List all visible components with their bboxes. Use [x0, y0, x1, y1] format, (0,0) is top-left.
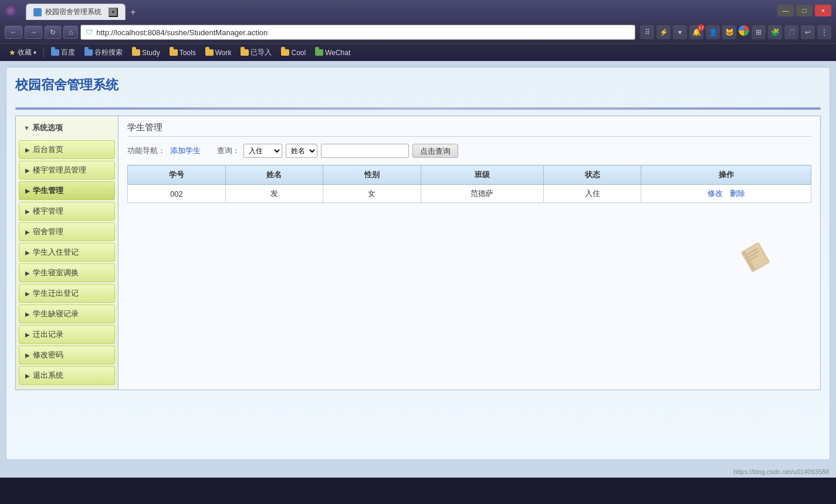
field-select[interactable]: 姓名 学号 班级 — [286, 144, 317, 158]
folder-icon-wechat — [315, 49, 323, 56]
expand-icon[interactable]: ▾ — [673, 25, 687, 39]
bookmarks-arrow: ▾ — [33, 49, 36, 56]
lightning-icon[interactable]: ⚡ — [656, 25, 671, 39]
sidebar-item-tools[interactable]: Tools — [165, 48, 200, 58]
arrow-logout: ▶ — [25, 373, 30, 379]
folder-icon-baidu — [51, 49, 59, 56]
sidebar-item-student-mgmt[interactable]: ▶ 学生管理 — [19, 181, 115, 200]
avatar-icon[interactable]: 🐱 — [722, 25, 736, 39]
tab-title: 校园宿舍管理系统 — [45, 7, 101, 17]
arrow-move-record: ▶ — [25, 332, 30, 338]
browser-chrome: 校园宿舍管理系统 × + — □ × ← → ↻ ⌂ 🛡 http://loca… — [0, 0, 836, 61]
query-section: 查询： 入住 未入住 全部 姓名 学号 班级 点击查询 — [217, 144, 458, 158]
sidebar-label-home: 后台首页 — [33, 144, 63, 155]
menu-icon[interactable]: ⋮ — [817, 25, 831, 39]
add-student-link[interactable]: 添加学生 — [170, 146, 201, 156]
th-xingming: 姓名 — [225, 165, 323, 185]
panel-title: 学生管理 — [127, 122, 811, 137]
arrow-absence: ▶ — [25, 311, 30, 317]
maximize-button[interactable]: □ — [796, 5, 813, 16]
sidebar-header-label: 系统选项 — [32, 123, 63, 133]
arrow-change-pwd: ▶ — [25, 352, 30, 358]
book-decoration — [736, 234, 781, 283]
tab-close-button[interactable]: × — [109, 8, 118, 17]
folder-icon-tools — [170, 49, 178, 56]
status-select[interactable]: 入住 未入住 全部 — [243, 144, 282, 158]
sidebar-item-absence[interactable]: ▶ 学生缺寝记录 — [19, 305, 115, 323]
user-icon[interactable]: 👤 — [706, 25, 720, 39]
cell-caozuo: 修改 删除 — [641, 185, 811, 203]
edit-link[interactable]: 修改 — [708, 189, 723, 198]
browser-logo — [5, 5, 16, 16]
sidebar-item-gufensousuo[interactable]: 谷粉搜索 — [80, 46, 127, 59]
sidebar-item-checkin[interactable]: ▶ 学生入住登记 — [19, 243, 115, 262]
sidebar-header-arrow: ▼ — [23, 124, 30, 131]
deco-container — [127, 203, 811, 320]
sidebar-item-room-change[interactable]: ▶ 学生寝室调换 — [19, 263, 115, 282]
sidebar-label-change-pwd: 修改密码 — [33, 350, 63, 360]
table-row: 002 发 女 范德萨 入住 修改 删除 — [128, 185, 811, 203]
sidebar-item-study[interactable]: Study — [128, 48, 164, 58]
sidebar-item-change-pwd[interactable]: ▶ 修改密码 — [19, 346, 115, 364]
sidebar-item-building-mgmt[interactable]: ▶ 楼宇管理 — [19, 202, 115, 221]
folder-icon-work — [205, 49, 214, 56]
delete-link[interactable]: 删除 — [730, 189, 745, 198]
nav-bar: ← → ↻ ⌂ 🛡 http://localhost:8084/sushe/St… — [0, 21, 836, 43]
content-layout: ▼ 系统选项 ▶ 后台首页 ▶ 楼宇管理员管理 ▶ 学生管理 ▶ 楼宇管理 — [15, 116, 821, 390]
sidebar-item-move-record[interactable]: ▶ 迁出记录 — [19, 325, 115, 344]
arrow-building-mgmt: ▶ — [25, 208, 30, 215]
sidebar-item-work[interactable]: Work — [201, 48, 236, 58]
bookmarks-button[interactable]: ★ 收藏 ▾ — [5, 46, 40, 59]
main-content: 校园宿舍管理系统 ▼ 系统选项 ▶ 后台首页 ▶ 楼宇管理员管理 ▶ — [0, 61, 836, 466]
sidebar-item-yiru[interactable]: 已导入 — [236, 46, 276, 59]
undo-icon[interactable]: ↩ — [801, 25, 815, 39]
nav-actions: ⠿ ⚡ ▾ 🔔 17 👤 🐱 ⊞ 🧩 🎵 ↩ ⋮ — [640, 25, 831, 39]
arrow-room-change: ▶ — [25, 270, 30, 276]
sidebar-item-cool[interactable]: Cool — [277, 48, 310, 58]
window-controls: — □ × — [777, 5, 831, 16]
back-button[interactable]: ← — [5, 26, 22, 39]
active-tab[interactable]: 校园宿舍管理系统 × — [26, 4, 126, 20]
book-svg — [736, 234, 779, 277]
minimize-button[interactable]: — — [777, 5, 794, 16]
table-header: 学号 姓名 性别 班级 状态 操作 — [128, 165, 811, 185]
sidebar-label-dorm-mgmt: 宿舍管理 — [33, 226, 63, 237]
bookmarks-label: 收藏 — [18, 48, 32, 57]
home-button[interactable]: ⌂ — [63, 26, 78, 39]
sidebar-label-room-change: 学生寝室调换 — [33, 268, 79, 278]
sidebar-label-move-record: 迁出记录 — [33, 329, 63, 340]
refresh-button[interactable]: ↻ — [45, 26, 61, 39]
gufensousuo-label: 谷粉搜索 — [94, 48, 123, 57]
url-text: http://localhost:8084/sushe/StudentManag… — [96, 28, 630, 37]
watermark: https://blog.csdn.net/u014093588 — [0, 466, 836, 478]
extensions2-icon[interactable]: 🧩 — [768, 25, 782, 39]
sidebar-item-dorm-mgmt[interactable]: ▶ 宿舍管理 — [19, 222, 115, 241]
sidebar-header: ▼ 系统选项 — [19, 119, 115, 137]
music-icon[interactable]: 🎵 — [784, 25, 798, 39]
th-xingbie: 性别 — [323, 165, 421, 185]
sidebar-item-wechat[interactable]: WeChat — [311, 48, 354, 58]
secure-icon: 🛡 — [86, 28, 93, 36]
star-icon: ★ — [9, 48, 16, 57]
arrow-checkin: ▶ — [25, 249, 30, 256]
notification-icon[interactable]: 🔔 17 — [689, 25, 703, 39]
sidebar-item-logout[interactable]: ▶ 退出系统 — [19, 366, 115, 385]
sidebar-item-home[interactable]: ▶ 后台首页 — [19, 140, 115, 159]
baidu-label: 百度 — [61, 48, 75, 57]
title-divider — [15, 107, 821, 110]
sidebar-item-checkout[interactable]: ▶ 学生迁出登记 — [19, 284, 115, 303]
address-bar[interactable]: 🛡 http://localhost:8084/sushe/StudentMan… — [80, 25, 635, 40]
extensions-icon[interactable]: ⠿ — [640, 25, 654, 39]
student-table: 学号 姓名 性别 班级 状态 操作 002 发 女 — [127, 165, 811, 203]
apps-icon[interactable]: ⊞ — [752, 25, 766, 39]
sidebar-item-building-admin[interactable]: ▶ 楼宇管理员管理 — [19, 161, 115, 180]
close-button[interactable]: × — [815, 5, 831, 16]
forward-button[interactable]: → — [25, 26, 42, 39]
cell-xingming: 发 — [225, 185, 323, 203]
sidebar-item-baidu[interactable]: 百度 — [47, 46, 79, 59]
arrow-dorm-mgmt: ▶ — [25, 229, 30, 235]
search-button[interactable]: 点击查询 — [412, 144, 458, 158]
chrome-icon[interactable] — [739, 25, 749, 36]
new-tab-button[interactable]: + — [126, 5, 140, 20]
search-input[interactable] — [321, 144, 409, 158]
